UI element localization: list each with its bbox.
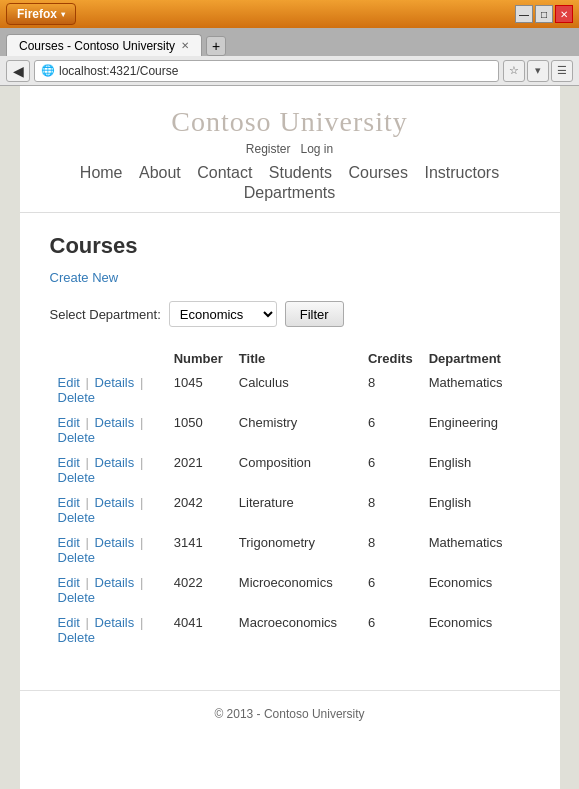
action-separator: |: [136, 455, 143, 470]
action-details-5[interactable]: Details: [95, 575, 135, 590]
table-cell-department: Economics: [421, 610, 530, 650]
table-cell-title: Chemistry: [231, 410, 360, 450]
action-details-3[interactable]: Details: [95, 495, 135, 510]
col-header-credits: Credits: [360, 347, 421, 370]
table-cell-department: Mathematics: [421, 370, 530, 410]
nav-students[interactable]: Students: [269, 164, 332, 181]
action-details-4[interactable]: Details: [95, 535, 135, 550]
url-bar[interactable]: 🌐 localhost:4321/Course: [34, 60, 499, 82]
table-cell-number: 1050: [166, 410, 231, 450]
register-link[interactable]: Register: [246, 142, 291, 156]
table-cell-number: 2021: [166, 450, 231, 490]
nav-home[interactable]: Home: [80, 164, 123, 181]
filter-section: Select Department: Economics Engineering…: [50, 301, 530, 327]
nav-about[interactable]: About: [139, 164, 181, 181]
action-separator: |: [136, 495, 143, 510]
filter-button[interactable]: Filter: [285, 301, 344, 327]
maximize-button[interactable]: □: [535, 5, 553, 23]
site-auth-links: Register Log in: [20, 142, 560, 156]
table-cell-actions: Edit | Details | Delete: [50, 490, 166, 530]
nav-departments[interactable]: Departments: [244, 184, 336, 201]
action-delete-5[interactable]: Delete: [58, 590, 96, 605]
action-delete-1[interactable]: Delete: [58, 430, 96, 445]
action-separator: |: [136, 575, 143, 590]
action-delete-3[interactable]: Delete: [58, 510, 96, 525]
table-row: Edit | Details | Delete4041Macroeconomic…: [50, 610, 530, 650]
page-wrapper: Contoso University Register Log in Home …: [0, 86, 579, 789]
table-row: Edit | Details | Delete1045Calculus8Math…: [50, 370, 530, 410]
table-cell-department: Engineering: [421, 410, 530, 450]
minimize-button[interactable]: —: [515, 5, 533, 23]
nav-instructors[interactable]: Instructors: [424, 164, 499, 181]
action-separator: |: [82, 375, 93, 390]
tab-bar: Courses - Contoso University ✕ +: [0, 28, 579, 56]
col-header-title: Title: [231, 347, 360, 370]
nav-right-buttons: ☆ ▾ ☰: [503, 60, 573, 82]
nav-contact[interactable]: Contact: [197, 164, 252, 181]
nav-courses[interactable]: Courses: [348, 164, 408, 181]
action-edit-5[interactable]: Edit: [58, 575, 80, 590]
action-details-6[interactable]: Details: [95, 615, 135, 630]
main-content: Courses Create New Select Department: Ec…: [20, 213, 560, 670]
table-cell-number: 2042: [166, 490, 231, 530]
create-new-link[interactable]: Create New: [50, 270, 119, 285]
nav-bar: ◀ 🌐 localhost:4321/Course ☆ ▾ ☰: [0, 56, 579, 86]
action-details-1[interactable]: Details: [95, 415, 135, 430]
table-header: Number Title Credits Department: [50, 347, 530, 370]
table-cell-department: English: [421, 450, 530, 490]
action-edit-2[interactable]: Edit: [58, 455, 80, 470]
action-delete-4[interactable]: Delete: [58, 550, 96, 565]
bookmark-dropdown-icon[interactable]: ▾: [527, 60, 549, 82]
location-icon: 🌐: [41, 64, 55, 77]
table-cell-actions: Edit | Details | Delete: [50, 410, 166, 450]
action-separator: |: [82, 575, 93, 590]
action-delete-2[interactable]: Delete: [58, 470, 96, 485]
tab-close-icon[interactable]: ✕: [181, 40, 189, 51]
action-separator: |: [82, 415, 93, 430]
department-select[interactable]: Economics Engineering English Finance Ma…: [169, 301, 277, 327]
col-header-actions: [50, 347, 166, 370]
table-cell-title: Composition: [231, 450, 360, 490]
site-footer: © 2013 - Contoso University: [20, 690, 560, 737]
table-cell-number: 4041: [166, 610, 231, 650]
site-header: Contoso University Register Log in Home …: [20, 86, 560, 213]
action-separator: |: [82, 495, 93, 510]
action-delete-0[interactable]: Delete: [58, 390, 96, 405]
col-header-department: Department: [421, 347, 530, 370]
tab-title: Courses - Contoso University: [19, 39, 175, 53]
bookmark-icon[interactable]: ☆: [503, 60, 525, 82]
table-row: Edit | Details | Delete4022Microeconomic…: [50, 570, 530, 610]
action-edit-1[interactable]: Edit: [58, 415, 80, 430]
footer-text: © 2013 - Contoso University: [214, 707, 364, 721]
action-separator: |: [136, 535, 143, 550]
action-separator: |: [82, 455, 93, 470]
table-cell-title: Microeconomics: [231, 570, 360, 610]
firefox-dropdown-arrow: ▾: [61, 10, 65, 19]
table-row: Edit | Details | Delete1050Chemistry6Eng…: [50, 410, 530, 450]
new-tab-button[interactable]: +: [206, 36, 226, 56]
action-edit-4[interactable]: Edit: [58, 535, 80, 550]
action-details-2[interactable]: Details: [95, 455, 135, 470]
action-details-0[interactable]: Details: [95, 375, 135, 390]
table-cell-credits: 8: [360, 370, 421, 410]
menu-icon[interactable]: ☰: [551, 60, 573, 82]
action-edit-3[interactable]: Edit: [58, 495, 80, 510]
table-row: Edit | Details | Delete2021Composition6E…: [50, 450, 530, 490]
table-row: Edit | Details | Delete3141Trigonometry8…: [50, 530, 530, 570]
col-header-number: Number: [166, 347, 231, 370]
table-cell-actions: Edit | Details | Delete: [50, 530, 166, 570]
action-delete-6[interactable]: Delete: [58, 630, 96, 645]
active-tab[interactable]: Courses - Contoso University ✕: [6, 34, 202, 56]
firefox-menu-button[interactable]: Firefox ▾: [6, 3, 76, 25]
action-edit-6[interactable]: Edit: [58, 615, 80, 630]
page-title: Courses: [50, 233, 530, 259]
login-link[interactable]: Log in: [301, 142, 334, 156]
close-button[interactable]: ✕: [555, 5, 573, 23]
url-text: localhost:4321/Course: [59, 64, 492, 78]
back-button[interactable]: ◀: [6, 60, 30, 82]
filter-label: Select Department:: [50, 307, 161, 322]
action-edit-0[interactable]: Edit: [58, 375, 80, 390]
table-cell-department: Mathematics: [421, 530, 530, 570]
table-cell-title: Trigonometry: [231, 530, 360, 570]
site-title: Contoso University: [20, 106, 560, 138]
